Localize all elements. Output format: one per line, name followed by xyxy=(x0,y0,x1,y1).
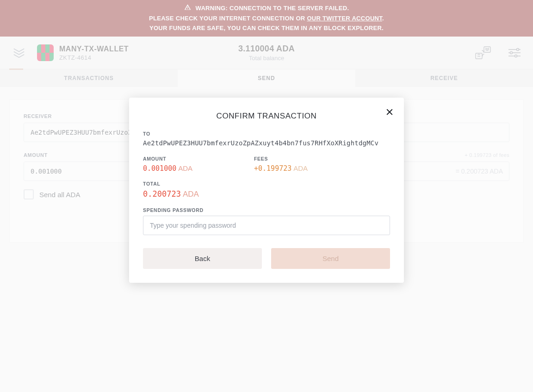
back-button[interactable]: Back xyxy=(143,248,262,269)
send-button[interactable]: Send xyxy=(271,248,390,269)
spending-password-label: SPENDING PASSWORD xyxy=(143,207,390,213)
modal-fees-value: +0.199723 xyxy=(254,164,291,173)
modal-amount-label: AMOUNT xyxy=(143,156,236,162)
modal-total-currency: ADA xyxy=(183,190,199,199)
modal-fees-label: FEES xyxy=(254,156,347,162)
to-label: TO xyxy=(143,131,390,137)
modal-total-value: 0.200723 xyxy=(143,189,181,199)
modal-fees-currency: ADA xyxy=(293,164,308,172)
to-address: Ae2tdPwUPEZ3HUU7bmfexrUzoZpAZxuyt4b4bn7f… xyxy=(143,139,390,147)
confirm-modal: CONFIRM TRANSACTION TO Ae2tdPwUPEZ3HUU7b… xyxy=(129,98,404,283)
modal-amount-currency: ADA xyxy=(178,164,192,172)
modal-amount-value: 0.001000 xyxy=(143,164,176,173)
modal-overlay: CONFIRM TRANSACTION TO Ae2tdPwUPEZ3HUU7b… xyxy=(0,0,533,392)
modal-title: CONFIRM TRANSACTION xyxy=(143,112,390,121)
spending-password-input[interactable] xyxy=(143,216,390,235)
close-icon[interactable] xyxy=(384,106,396,118)
modal-total-label: TOTAL xyxy=(143,181,390,187)
